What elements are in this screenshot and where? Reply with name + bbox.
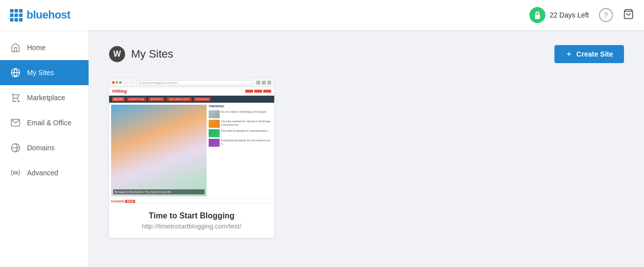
sites-grid: ←→ timetostartblogging.com/test/ — [109, 78, 624, 238]
page-header: W My Sites Create Site — [109, 45, 624, 63]
marketplace-icon — [10, 92, 21, 103]
sidebar-item-domains[interactable]: Domains — [0, 135, 89, 160]
email-icon — [10, 117, 21, 128]
site-card[interactable]: ←→ timetostartblogging.com/test/ — [109, 78, 274, 238]
site-thumbnail: ←→ timetostartblogging.com/test/ — [109, 78, 274, 203]
sidebar-home-label: Home — [27, 44, 46, 52]
logo-grid-icon — [10, 9, 23, 22]
header-right: 22 Days Left ? — [529, 7, 634, 23]
sidebar-item-my-sites[interactable]: My Sites — [0, 60, 89, 85]
home-icon — [10, 42, 21, 53]
sidebar-email-label: Email & Office — [27, 119, 71, 127]
my-sites-icon — [10, 67, 21, 78]
advanced-icon — [10, 167, 21, 178]
sidebar-advanced-label: Advanced — [27, 169, 58, 177]
main-content: W My Sites Create Site — [89, 30, 644, 267]
sidebar-marketplace-label: Marketplace — [27, 94, 65, 102]
site-info: Time to Start Blogging http://timetostar… — [109, 203, 274, 238]
domains-icon — [10, 142, 21, 153]
sidebar: Home My Sites Marketplace — [0, 30, 89, 267]
svg-rect-0 — [535, 15, 540, 19]
create-site-button[interactable]: Create Site — [554, 45, 624, 63]
site-name: Time to Start Blogging — [117, 211, 266, 220]
sidebar-my-sites-label: My Sites — [27, 69, 54, 77]
days-left-text: 22 Days Left — [549, 11, 589, 19]
sidebar-item-marketplace[interactable]: Marketplace — [0, 85, 89, 110]
mock-site-preview: HitMag BLOG LIFESTYLE SPORTS TECHNOLO — [109, 87, 274, 203]
page-title-area: W My Sites — [109, 46, 173, 62]
app-layout: Home My Sites Marketplace — [0, 30, 644, 267]
browser-bar: ←→ timetostartblogging.com/test/ — [109, 78, 274, 87]
page-title: My Sites — [131, 48, 173, 61]
logo-text: bluehost — [27, 9, 71, 22]
sidebar-item-advanced[interactable]: Advanced — [0, 160, 89, 185]
days-left-badge: 22 Days Left — [529, 7, 589, 23]
app-header: bluehost 22 Days Left ? — [0, 0, 644, 30]
logo-area: bluehost — [10, 9, 529, 22]
sidebar-domains-label: Domains — [27, 144, 55, 152]
lock-icon — [529, 7, 545, 23]
cart-icon[interactable] — [623, 9, 634, 22]
help-button[interactable]: ? — [599, 8, 613, 22]
browser-url-bar: timetostartblogging.com/test/ — [137, 80, 252, 85]
site-url: http://timetostartblogging.com/test/ — [117, 222, 266, 230]
svg-point-5 — [19, 101, 20, 102]
sidebar-item-home[interactable]: Home — [0, 35, 89, 60]
svg-point-9 — [15, 172, 17, 174]
sidebar-item-email-office[interactable]: Email & Office — [0, 110, 89, 135]
create-site-label: Create Site — [576, 50, 613, 58]
wordpress-icon: W — [109, 46, 125, 62]
